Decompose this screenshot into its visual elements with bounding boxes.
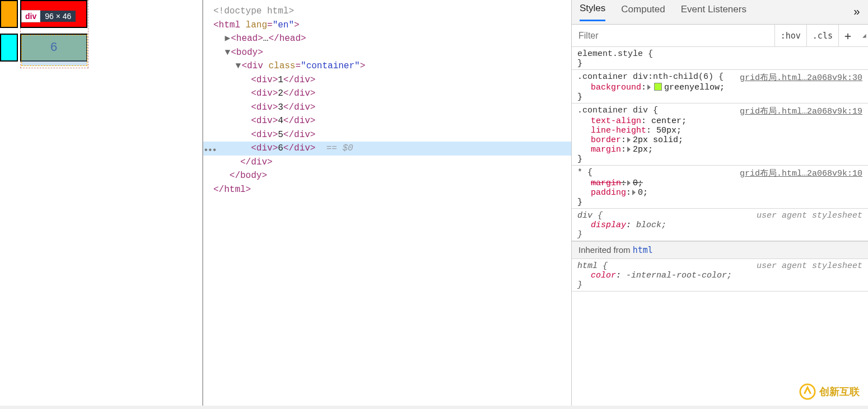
style-property[interactable]: border:2px solid; (577, 135, 862, 145)
cls-toggle[interactable]: .cls (806, 25, 838, 46)
color-swatch-icon[interactable] (654, 83, 662, 91)
rule-close-brace: } (577, 230, 862, 239)
container-close-node[interactable]: </div> (203, 156, 571, 170)
child-div-node[interactable]: <div>2</div> (203, 87, 571, 101)
inspect-tooltip-tag: div (21, 10, 40, 22)
watermark: 创新互联 (799, 383, 860, 400)
style-property[interactable]: margin:2px; (577, 145, 862, 154)
style-property[interactable]: background:greenyellow; (577, 83, 862, 92)
rule-selector[interactable]: .container div:nth-child(6) { (577, 72, 724, 82)
rule-source-link[interactable]: grid布局.html…2a068v9k:30 (740, 72, 862, 83)
expand-toggle-icon[interactable]: ▶ (224, 32, 231, 46)
inspect-tooltip-dims: 96 × 46 (40, 11, 76, 22)
rendered-page-preview: 6 div 96 × 46 (0, 0, 203, 406)
doctype-node[interactable]: <!doctype html> (213, 6, 294, 16)
body-open-node[interactable]: ▼<body> (203, 46, 571, 60)
rule-close-brace: } (577, 59, 862, 68)
pin-icon[interactable]: ◢ (857, 25, 868, 46)
container-open-node[interactable]: ▼<div class="container"> (203, 59, 571, 73)
expand-shorthand-icon[interactable] (627, 137, 631, 143)
rule-source: user agent stylesheet (757, 211, 862, 220)
rule-selector[interactable]: html { (577, 261, 608, 271)
child-div-node[interactable]: <div>5</div> (203, 128, 571, 142)
rule-selector[interactable]: * { (577, 168, 592, 177)
child-div-node[interactable]: <div>4</div> (203, 114, 571, 128)
hov-toggle[interactable]: :hov (774, 25, 806, 46)
styles-tabs: Styles Computed Event Listeners » (572, 0, 868, 25)
style-rule[interactable]: .container div {grid布局.html…2a068v9k:19t… (572, 104, 868, 166)
expand-shorthand-icon[interactable] (647, 84, 651, 90)
style-property[interactable]: margin:0; (577, 178, 862, 188)
selected-marker: == $0 (321, 143, 353, 153)
style-rule[interactable]: div {user agent stylesheetdisplay: block… (572, 209, 868, 241)
collapse-toggle-icon[interactable]: ▼ (224, 46, 231, 60)
styles-sidebar: Styles Computed Event Listeners » :hov .… (571, 0, 868, 406)
style-rule[interactable]: * {grid布局.html…2a068v9k:10margin:0;paddi… (572, 166, 868, 209)
grid-cell-? (0, 34, 18, 62)
styles-filter-input[interactable] (572, 31, 774, 41)
new-style-rule-button[interactable]: + (838, 25, 857, 46)
collapse-toggle-icon[interactable]: ▼ (235, 59, 241, 73)
styles-filter-bar: :hov .cls + ◢ (572, 25, 868, 47)
style-property[interactable]: text-align: center; (577, 116, 862, 126)
rule-selector[interactable]: .container div { (577, 106, 658, 115)
body-close-node[interactable]: </body> (203, 169, 571, 183)
expand-shorthand-icon[interactable] (632, 190, 636, 195)
grid-cell-6[interactable]: 6 (20, 34, 87, 62)
rule-source: user agent stylesheet (757, 261, 862, 271)
expand-shorthand-icon[interactable] (627, 180, 631, 186)
more-actions-icon[interactable]: ••• (203, 144, 216, 158)
grid-cell-6-label: 6 (50, 41, 57, 55)
watermark-text: 创新互联 (819, 385, 860, 398)
html-open-node[interactable]: <html lang="en"> (203, 18, 571, 32)
head-node[interactable]: ▶<head>…</head> (203, 32, 571, 46)
rule-selector[interactable]: element.style { (577, 49, 653, 59)
rule-source-link[interactable]: grid布局.html…2a068v9k:10 (740, 168, 862, 178)
rule-source-link[interactable]: grid布局.html…2a068v9k:19 (740, 106, 862, 116)
child-div-node-selected[interactable]: ••• <div>6</div> == $0 (203, 142, 571, 156)
style-rule[interactable]: element.style {} (572, 47, 868, 70)
tab-computed[interactable]: Computed (621, 4, 665, 21)
expand-shorthand-icon[interactable] (627, 147, 631, 152)
html-close-node[interactable]: </html> (203, 183, 571, 197)
style-rule[interactable]: .container div:nth-child(6) {grid布局.html… (572, 70, 868, 104)
rule-close-brace: } (577, 280, 862, 290)
style-rule[interactable]: html {user agent stylesheetcolor: -inter… (572, 259, 868, 292)
tab-styles[interactable]: Styles (580, 3, 605, 21)
inherited-separator: Inherited from html (572, 241, 868, 259)
elements-dom-tree[interactable]: <!doctype html> <html lang="en"> ▶<head>… (203, 0, 571, 406)
styles-rules-list: element.style {}.container div:nth-child… (572, 47, 868, 406)
more-tabs-icon[interactable]: » (853, 6, 860, 18)
rule-close-brace: } (577, 198, 862, 207)
rule-close-brace: } (577, 154, 862, 164)
inspect-tooltip: div 96 × 46 (21, 10, 76, 22)
style-property[interactable]: line-height: 50px; (577, 126, 862, 135)
style-property[interactable]: padding:0; (577, 188, 862, 198)
rule-selector[interactable]: div { (577, 211, 603, 220)
child-div-node[interactable]: <div>3</div> (203, 101, 571, 115)
grid-cell-4 (0, 0, 18, 28)
rule-close-brace: } (577, 92, 862, 102)
child-div-node[interactable]: <div>1</div> (203, 73, 571, 87)
style-property[interactable]: color: -internal-root-color; (577, 271, 862, 280)
tab-event-listeners[interactable]: Event Listeners (681, 4, 746, 21)
style-property[interactable]: display: block; (577, 220, 862, 230)
